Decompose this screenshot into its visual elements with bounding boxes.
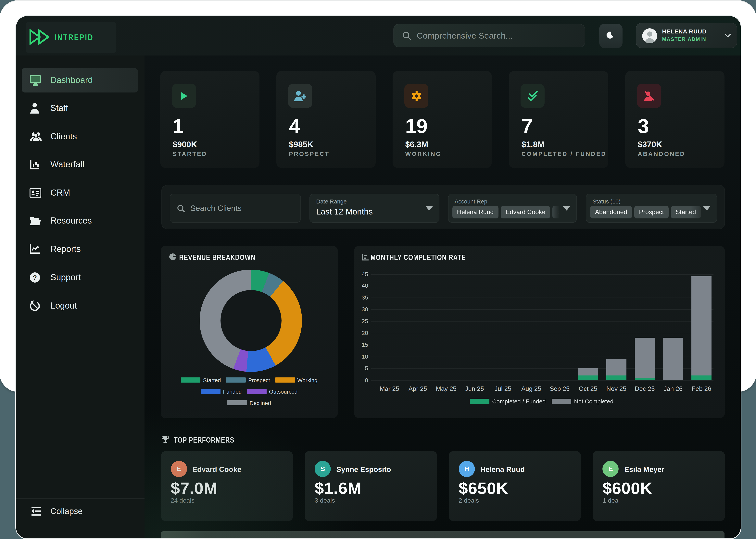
svg-text:?: ? — [33, 273, 37, 281]
